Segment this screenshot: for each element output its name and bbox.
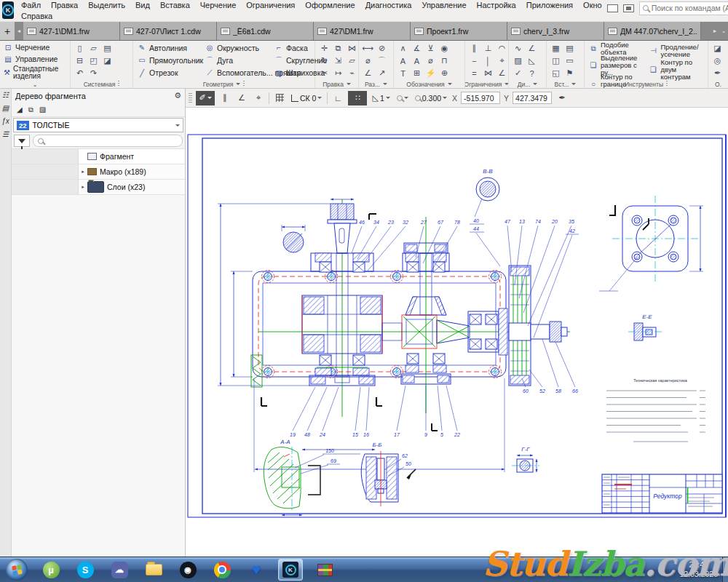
filter-button[interactable] bbox=[14, 135, 30, 147]
fx-icon[interactable]: ƒx bbox=[1, 117, 9, 125]
measure-curve-icon[interactable]: ∿ bbox=[512, 42, 524, 55]
area-icon[interactable]: ▨ bbox=[512, 55, 524, 67]
check-icon[interactable]: ✓ bbox=[512, 67, 524, 79]
diameter-mark-icon[interactable]: ⌀ bbox=[424, 55, 437, 67]
workspace-mode-button[interactable]: ⊡ Черчение bbox=[0, 41, 70, 53]
chrome-icon[interactable] bbox=[210, 559, 234, 581]
tab-scroll-left-icon[interactable]: ◂ bbox=[15, 22, 23, 40]
info-icon[interactable]: ? bbox=[526, 67, 538, 79]
winrar-icon[interactable] bbox=[312, 559, 337, 581]
search-input[interactable] bbox=[652, 4, 728, 12]
document-tab[interactable]: 427\DM1.frw ✕ bbox=[314, 22, 411, 40]
print-preview-icon[interactable]: ◰ bbox=[87, 55, 100, 67]
drawing-canvas[interactable]: В-В 40 44 bbox=[186, 108, 728, 557]
tab-scroll-right-icon[interactable]: ▸ bbox=[711, 22, 719, 40]
text-big-icon[interactable]: А bbox=[397, 55, 409, 67]
parallel-snap-icon[interactable]: ∥ bbox=[218, 91, 232, 105]
menu-item[interactable]: Выделить bbox=[83, 1, 130, 9]
grid-toggle[interactable] bbox=[273, 91, 286, 105]
base-icon[interactable]: ◉ bbox=[438, 42, 451, 55]
layout-icon[interactable] bbox=[607, 4, 618, 12]
deform-icon[interactable]: ▱ bbox=[346, 55, 358, 67]
workspace-mode-button[interactable]: ▤ Управление bbox=[0, 53, 70, 65]
symmetry-icon[interactable]: ⋈ bbox=[482, 67, 494, 79]
utorrent-icon[interactable]: µ bbox=[39, 559, 63, 581]
measure-angle-icon[interactable]: ∠ bbox=[526, 42, 538, 55]
tree-node-fragment[interactable]: Фрагмент bbox=[12, 149, 185, 164]
angle-snap-icon[interactable]: ∠ bbox=[235, 91, 248, 105]
geometry-tool-button[interactable]: ⌐Фаска bbox=[272, 41, 315, 54]
insert-view-icon[interactable]: ◱ bbox=[550, 67, 562, 79]
zoom-mode-combo[interactable] bbox=[395, 91, 410, 105]
section-line-icon[interactable]: ∧ bbox=[397, 42, 409, 55]
tree-node-macro[interactable]: ▸ Макро (x189) bbox=[12, 164, 185, 180]
screen-view-icon[interactable] bbox=[623, 4, 634, 12]
rings-icon[interactable]: ◎ bbox=[711, 55, 724, 67]
rotate-snap-icon[interactable]: ⌖ bbox=[252, 91, 265, 105]
view-arrow-icon[interactable]: ∡ bbox=[411, 42, 423, 55]
gear-icon[interactable]: ⚙ bbox=[174, 91, 181, 100]
geometry-tool-button[interactable]: ⌒Скругление bbox=[272, 54, 315, 66]
move-icon[interactable]: ✛ bbox=[318, 42, 331, 55]
kompas-taskbar-button[interactable]: K bbox=[278, 559, 303, 581]
x-coordinate-field[interactable]: -515.970 bbox=[461, 92, 500, 104]
geometry-tool-button[interactable]: ⟋Вспомогатель... прямая bbox=[202, 67, 272, 79]
explorer-icon[interactable] bbox=[141, 559, 166, 581]
redo-icon[interactable]: ↷ bbox=[87, 67, 100, 79]
linear-dim-icon[interactable]: ⟷ bbox=[362, 42, 374, 55]
menu-item[interactable]: Вставка bbox=[155, 1, 195, 9]
equal-icon[interactable]: = bbox=[468, 67, 480, 79]
menu-item[interactable]: Оформление bbox=[300, 1, 360, 9]
drag-handle[interactable] bbox=[189, 93, 192, 103]
tree-icon[interactable]: ☷ bbox=[2, 91, 9, 99]
menu-item[interactable]: Управление bbox=[416, 1, 471, 9]
new-document-icon[interactable]: ▯ bbox=[74, 42, 86, 55]
menu-icon[interactable]: ☰ bbox=[2, 130, 9, 138]
group-icon[interactable]: ⧉ bbox=[28, 105, 33, 114]
undo-icon[interactable]: ↶ bbox=[74, 67, 86, 79]
leader-dim-icon[interactable]: ↗ bbox=[376, 67, 388, 79]
geometry-tool-button[interactable]: ▨Штриховка bbox=[272, 67, 315, 79]
eyedropper-icon[interactable]: ✒ bbox=[555, 91, 569, 105]
workspace-collapse[interactable]: ⌄ bbox=[0, 80, 70, 88]
menu-item[interactable]: Настройка bbox=[472, 1, 521, 9]
roughness-icon[interactable]: ⊻ bbox=[424, 42, 437, 55]
menu-item[interactable]: Правка bbox=[46, 1, 83, 9]
menu-item[interactable]: Окно bbox=[578, 1, 607, 9]
perpendicular-icon[interactable]: ⊥ bbox=[482, 42, 494, 55]
menu-item[interactable]: Диагностика bbox=[360, 1, 417, 9]
tangent-icon[interactable]: ◠ bbox=[496, 42, 508, 55]
arc-dim-icon[interactable]: ⌒ bbox=[376, 55, 388, 67]
open-icon[interactable]: ▱ bbox=[87, 42, 100, 55]
radial-dim-icon[interactable]: ⊘ bbox=[376, 42, 388, 55]
sketch-icon[interactable]: ◢ bbox=[17, 105, 23, 113]
params-icon[interactable]: ▤ bbox=[2, 104, 9, 112]
geometry-tool-button[interactable]: ╱Отрезок bbox=[135, 67, 202, 79]
angle-constraint-icon[interactable]: ∠ bbox=[496, 67, 508, 79]
scale-combo[interactable]: ◺ 1 bbox=[371, 91, 391, 105]
extend-icon[interactable]: ↦ bbox=[332, 67, 344, 79]
horizontal-icon[interactable]: − bbox=[468, 55, 480, 67]
contour-icon[interactable]: ◪ bbox=[711, 42, 724, 55]
tool-button[interactable]: ❑Контур по двум контурам bbox=[646, 60, 707, 79]
insert-macro-icon[interactable]: ▤ bbox=[563, 42, 576, 55]
save-icon[interactable]: ▤ bbox=[101, 42, 114, 55]
break-icon[interactable]: ⌁ bbox=[346, 67, 358, 79]
insert-text-icon[interactable]: ▭ bbox=[563, 55, 576, 67]
document-tab[interactable]: 427-1\DM1.frw ✕ bbox=[23, 22, 120, 40]
menu-item[interactable]: Ограничения bbox=[241, 1, 300, 9]
y-coordinate-field[interactable]: 427.3479 bbox=[513, 92, 552, 104]
rounding-toggle[interactable]: ∟ bbox=[331, 91, 344, 105]
tree-search-field[interactable] bbox=[33, 135, 183, 147]
snaps-button[interactable]: ✐ bbox=[196, 91, 215, 105]
menu-item[interactable]: Черчение bbox=[195, 1, 242, 9]
layer-selector[interactable]: 22 ТОЛСТЫЕ bbox=[13, 118, 183, 132]
vertical-icon[interactable]: │ bbox=[482, 55, 494, 67]
document-tab[interactable]: _Ё6в1.cdw ✕ bbox=[217, 22, 314, 40]
new-tab-button[interactable]: + bbox=[0, 22, 15, 40]
table-icon[interactable]: ⊞ bbox=[411, 67, 423, 79]
heart-app-icon[interactable]: ♥ bbox=[244, 559, 269, 581]
tree-node-layers[interactable]: ▸ Слои (x23) bbox=[12, 180, 185, 195]
diameter-dim-icon[interactable]: ⌀ bbox=[362, 55, 374, 67]
bracket-icon[interactable]: ⊓ bbox=[438, 55, 451, 67]
